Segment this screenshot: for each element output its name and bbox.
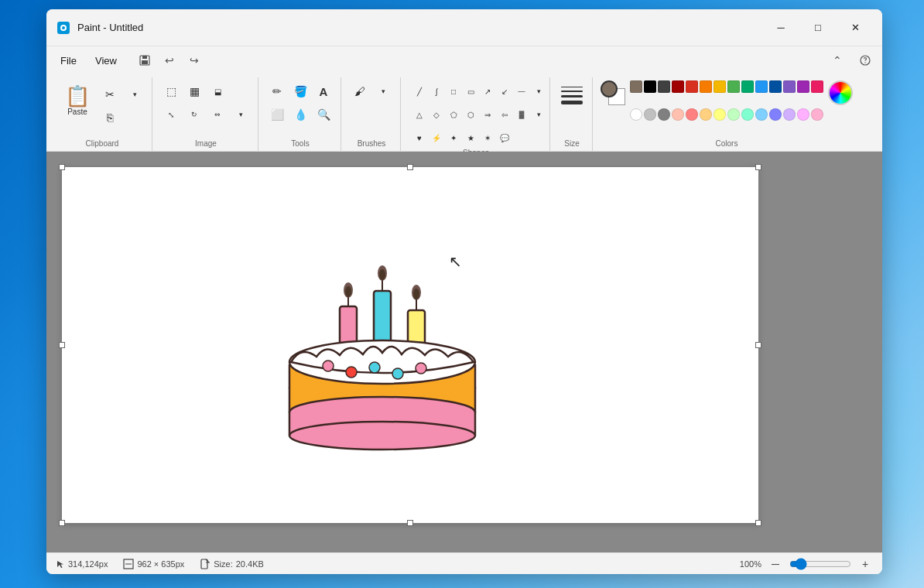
swatch-violet[interactable]	[797, 80, 809, 93]
swatch-brown[interactable]	[630, 80, 642, 93]
filesize-display: Size: 20.4KB	[200, 559, 264, 569]
zoom-slider[interactable]	[789, 558, 851, 570]
size-5px[interactable]	[561, 101, 583, 104]
fill-dropdown[interactable]: ▾	[528, 104, 549, 125]
size-3px[interactable]	[561, 95, 583, 97]
swatch-lightblue[interactable]	[755, 108, 768, 121]
resize-button[interactable]: ⤡	[160, 104, 182, 125]
menu-file[interactable]: File	[53, 52, 84, 70]
coordinates-display: 314,124px	[56, 559, 108, 569]
swatch-black[interactable]	[644, 80, 656, 93]
swatch-pink[interactable]	[811, 80, 823, 93]
title-bar: Paint - Untitled ─ □ ✕	[46, 9, 882, 46]
select-all-button[interactable]: ▦	[183, 80, 205, 102]
app-icon	[56, 20, 71, 36]
svg-rect-34	[201, 559, 207, 569]
pencil-button[interactable]: ✏	[266, 80, 288, 102]
drawing-canvas[interactable]: ↖	[62, 167, 758, 523]
color-wheel[interactable]	[828, 80, 853, 105]
swatch-yellow[interactable]	[714, 80, 726, 93]
filesize-icon	[200, 559, 210, 569]
swatch-row2	[630, 108, 823, 135]
swatch-lavender[interactable]	[783, 108, 796, 121]
svg-rect-12	[374, 291, 391, 344]
outline-dropdown[interactable]: ▾	[528, 80, 549, 102]
swatch-lightred[interactable]	[686, 108, 698, 121]
swatch-lightpurple[interactable]	[769, 108, 782, 121]
cut-button[interactable]: ✂	[99, 84, 121, 105]
foreground-color-swatch[interactable]	[601, 80, 618, 97]
paste-dropdown[interactable]: ▾	[124, 84, 145, 105]
select-button[interactable]: ⬚	[160, 80, 182, 102]
swatch-lightorange[interactable]	[700, 108, 712, 121]
swatch-lightviolet[interactable]	[797, 108, 809, 121]
fill-button[interactable]: 🪣	[289, 80, 311, 102]
size-group: Size	[552, 77, 593, 151]
zoom-in-button[interactable]: +	[857, 556, 873, 572]
clipboard-group: 📋 Paste ✂ ⎘ ▾ Clipboard	[53, 77, 152, 151]
size-1px[interactable]	[561, 87, 583, 87]
redo-button[interactable]: ↪	[183, 50, 205, 71]
svg-point-28	[346, 367, 357, 378]
swatch-lightsalmon[interactable]	[672, 108, 684, 121]
menu-bar: File View ↩ ↪ ⌃	[46, 46, 882, 74]
maximize-button[interactable]: □	[800, 15, 836, 40]
svg-point-7	[864, 62, 865, 63]
swatch-darkblue[interactable]	[769, 80, 782, 93]
swatch-lightgreen[interactable]	[727, 108, 740, 121]
image-label: Image	[195, 139, 217, 151]
colors-label: Colors	[716, 139, 738, 151]
swatch-green[interactable]	[727, 80, 740, 93]
swatch-lightyellow[interactable]	[714, 108, 726, 121]
zoom-out-button[interactable]: ─	[768, 556, 783, 572]
close-button[interactable]: ✕	[837, 15, 873, 40]
swatch-darkgray[interactable]	[658, 80, 670, 93]
swatch-blue[interactable]	[755, 80, 768, 93]
color-picker-button[interactable]: 💧	[289, 104, 311, 125]
coordinates-text: 314,124px	[68, 559, 108, 569]
cursor-icon	[56, 559, 65, 569]
canvas-area[interactable]: ↖	[46, 152, 882, 552]
save-button[interactable]	[134, 50, 156, 71]
dimensions-icon	[123, 559, 134, 569]
swatch-red[interactable]	[686, 80, 698, 93]
image-dropdown[interactable]: ▾	[230, 104, 252, 125]
swatch-lightcyan[interactable]	[741, 108, 754, 121]
crop-button[interactable]: ⬓	[207, 80, 228, 102]
size-2px[interactable]	[561, 91, 583, 92]
undo-button[interactable]: ↩	[159, 50, 180, 71]
svg-rect-4	[142, 56, 147, 59]
flip-button[interactable]: ⇔	[207, 104, 228, 125]
swatch-gray[interactable]	[658, 108, 670, 121]
menu-view[interactable]: View	[87, 52, 125, 70]
swatch-lightpink[interactable]	[811, 108, 823, 121]
collapse-ribbon-button[interactable]: ⌃	[826, 50, 848, 71]
swatch-orange[interactable]	[700, 80, 712, 93]
zoom-button[interactable]: 🔍	[313, 104, 334, 125]
colors-group: Colors	[594, 77, 859, 151]
swatch-white[interactable]	[630, 108, 642, 121]
paste-button[interactable]: 📋 Paste	[59, 80, 96, 121]
help-button[interactable]	[854, 50, 876, 71]
zoom-percent: 100%	[740, 559, 761, 569]
brushes-label: Brushes	[358, 139, 386, 151]
window-title: Paint - Untitled	[77, 22, 143, 33]
filesize-text: 20.4KB	[236, 559, 264, 569]
eraser-button[interactable]: ⬜	[266, 104, 288, 125]
status-bar: 314,124px 962 × 635px Size: 20.4KB 100% …	[46, 552, 882, 574]
brushes-dropdown[interactable]: ▾	[372, 80, 394, 102]
swatch-silver[interactable]	[644, 108, 656, 121]
svg-point-29	[369, 362, 380, 373]
dimensions-display: 962 × 635px	[123, 559, 184, 569]
rotate-button[interactable]: ↻	[183, 104, 205, 125]
text-button[interactable]: A	[313, 80, 334, 102]
swatch-purple[interactable]	[783, 80, 796, 93]
callout-tool[interactable]: 💬	[494, 127, 515, 149]
brush-button[interactable]: 🖌	[349, 80, 371, 102]
size-label: Size	[564, 139, 579, 151]
copy-button[interactable]: ⎘	[99, 107, 121, 128]
swatch-teal[interactable]	[741, 80, 754, 93]
ribbon: 📋 Paste ✂ ⎘ ▾ Clipboard ⬚ ▦ ⬓	[46, 74, 882, 152]
swatch-darkred[interactable]	[672, 80, 684, 93]
minimize-button[interactable]: ─	[763, 15, 799, 40]
